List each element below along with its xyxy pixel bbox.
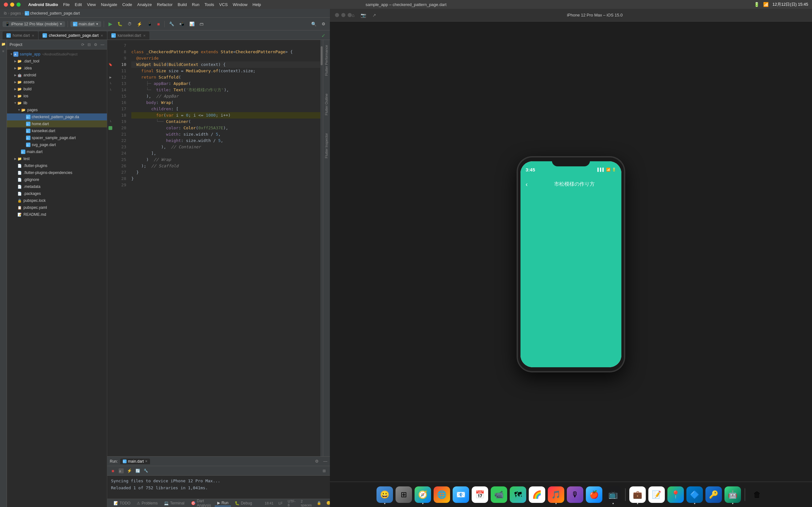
tree-item-checkered[interactable]: D checkered_pattern_page.da: [7, 113, 107, 120]
tree-item-pages[interactable]: ▼ 📂 pages: [7, 107, 107, 113]
menu-vcs[interactable]: VCS: [219, 2, 228, 7]
avd-manager-button[interactable]: 📲: [177, 20, 186, 27]
dock-tv[interactable]: 📺: [605, 487, 621, 503]
console-btn[interactable]: ≥: [118, 468, 124, 474]
minimize-panel-icon[interactable]: —: [323, 459, 327, 464]
tree-item-gitignore[interactable]: 📄 .gitignore: [7, 176, 107, 183]
dock-launchpad[interactable]: ⊞: [396, 487, 412, 503]
lightning-btn[interactable]: ⚡: [126, 468, 133, 474]
dock-appstore[interactable]: 🍎: [586, 487, 602, 503]
dock-podcasts[interactable]: 🎙: [567, 487, 583, 503]
tab-terminal[interactable]: 💻 Terminal: [161, 500, 187, 506]
device-tl-1[interactable]: [335, 13, 339, 17]
dock-notion[interactable]: 📝: [648, 487, 665, 503]
tab-todo[interactable]: 📝 TODO: [111, 500, 133, 506]
run-button[interactable]: ▶: [107, 20, 114, 28]
dock-vscode[interactable]: 🔷: [687, 487, 703, 503]
tree-item-flutter-plugins-dep[interactable]: 📄 .flutter-plugins-dependencies: [7, 169, 107, 176]
dock-maps2[interactable]: 📍: [667, 487, 684, 503]
maximize-button[interactable]: [16, 3, 20, 7]
tree-item-spacer[interactable]: D spacer_sample_page.dart: [7, 134, 107, 141]
hot-reload-button[interactable]: ⚡: [135, 20, 144, 27]
device-nav-home[interactable]: ⌂: [352, 13, 354, 18]
menu-edit[interactable]: Edit: [75, 2, 82, 7]
menu-window[interactable]: Window: [233, 2, 247, 7]
tab-debug[interactable]: 🐛 Debug: [232, 500, 254, 506]
layout-btn[interactable]: ⊞: [321, 468, 327, 474]
tab-dart-analysis[interactable]: 🎯 Dart Analysis: [189, 498, 214, 507]
app-back-button[interactable]: ‹: [525, 181, 528, 188]
tab-close-checkered[interactable]: ✕: [101, 34, 103, 38]
menu-tools[interactable]: Tools: [205, 2, 214, 7]
settings-button[interactable]: ⚙: [320, 20, 327, 27]
settings-run-icon[interactable]: ⚙: [315, 459, 319, 464]
tree-item-packages[interactable]: 📄 .packages: [7, 190, 107, 197]
run-tab-close[interactable]: ✕: [145, 459, 148, 463]
device-tl-3[interactable]: [348, 13, 352, 17]
close-button[interactable]: [4, 3, 8, 7]
dock-photos[interactable]: 🌈: [529, 487, 545, 503]
menu-file[interactable]: File: [63, 2, 70, 7]
project-selector[interactable]: 📱 iPhone 12 Pro Max (mobile) ▼: [3, 21, 65, 27]
breadcrumb-current-file[interactable]: checkered_pattern_page.dart: [30, 11, 80, 15]
profile-button[interactable]: ⏱: [125, 20, 134, 27]
dock-slack[interactable]: 💼: [629, 487, 646, 503]
indent-info[interactable]: 2 spaces: [301, 499, 312, 507]
device-nav-share[interactable]: ↗: [372, 13, 376, 18]
tree-item-test[interactable]: ▶ 📁 test: [7, 155, 107, 162]
dock-facetime[interactable]: 📹: [491, 487, 507, 503]
menu-run[interactable]: Run: [192, 2, 200, 7]
menu-code[interactable]: Code: [122, 2, 132, 7]
stop-button[interactable]: ■: [155, 20, 162, 27]
tree-item-flutter-plugins[interactable]: 📄 .flutter-plugins: [7, 162, 107, 169]
encoding[interactable]: UTF-8: [288, 499, 296, 507]
panel-flutter-inspector[interactable]: Flutter Inspector: [323, 130, 330, 161]
menu-view[interactable]: View: [87, 2, 96, 7]
breadcrumb-ib[interactable]: ib: [4, 11, 7, 15]
code-editor[interactable]: 🔖 ▶ └ └ └: [107, 40, 330, 507]
tab-close-home[interactable]: ✕: [32, 34, 34, 38]
collapse-all-icon[interactable]: ⊟: [88, 43, 91, 47]
tree-item-readme[interactable]: 📝 README.md: [7, 211, 107, 218]
tree-item-pubspec-lock[interactable]: 🔒 pubspec.lock: [7, 197, 107, 204]
dock-1password[interactable]: 🔑: [705, 487, 722, 503]
dock-finder[interactable]: 😀: [376, 487, 393, 503]
menu-refactor[interactable]: Refactor: [157, 2, 172, 7]
menu-help[interactable]: Help: [252, 2, 261, 7]
line-separator[interactable]: LF: [278, 501, 283, 505]
device-nav-photo[interactable]: 📷: [361, 13, 366, 18]
code-area[interactable]: class _CheckeredPatternPage extends Stat…: [129, 40, 320, 456]
tree-item-pubspec-yaml[interactable]: 📋 pubspec.yaml: [7, 204, 107, 211]
tree-item-lib[interactable]: ▼ 📂 lib: [7, 100, 107, 107]
tree-item-svg[interactable]: D svg_page.dart: [7, 141, 107, 148]
tab-run[interactable]: ▶ Run: [215, 500, 231, 506]
tree-item-home[interactable]: D home.dart: [7, 120, 107, 127]
menu-build[interactable]: Build: [177, 2, 187, 7]
tree-item-android[interactable]: ▶ 🤖 android: [7, 72, 107, 78]
sdk-manager-button[interactable]: 🔧: [167, 20, 176, 27]
scrollbar-thumb[interactable]: [321, 46, 322, 65]
tree-item-idea[interactable]: ▶ 📂 .idea: [7, 65, 107, 72]
database-button[interactable]: 🗃: [198, 20, 206, 27]
dock-maps[interactable]: 🗺: [510, 487, 526, 503]
debug-button[interactable]: 🐛: [115, 20, 124, 27]
profiler-button[interactable]: 📊: [188, 20, 196, 27]
search-everywhere-button[interactable]: 🔍: [309, 20, 318, 27]
structure-side-icon[interactable]: ≡: [1, 48, 6, 54]
dock-calendar[interactable]: 📅: [472, 487, 488, 503]
tab-home-dart[interactable]: D home.dart ✕: [3, 32, 38, 40]
tree-item-assets[interactable]: ▶ 📂 assets: [7, 78, 107, 86]
tab-problems[interactable]: ⚠ Problems: [134, 500, 160, 506]
dock-chrome[interactable]: 🌐: [434, 487, 450, 503]
tab-kanseikei[interactable]: D kanseikei.dart ✕: [107, 32, 149, 40]
dock-trash[interactable]: 🗑: [749, 487, 765, 503]
run-config-selector[interactable]: D main.dart ▼: [70, 21, 101, 27]
close-panel-icon[interactable]: —: [101, 43, 104, 47]
run-main-tab[interactable]: D main.dart ✕: [120, 458, 150, 464]
tree-item-build[interactable]: ▶ 📂 build: [7, 86, 107, 93]
menu-navigate[interactable]: Navigate: [101, 2, 117, 7]
menu-analyze[interactable]: Analyze: [137, 2, 152, 7]
hot-restart-button[interactable]: 📱: [145, 20, 154, 27]
editor-scrollbar[interactable]: [320, 40, 323, 456]
panel-flutter-outline[interactable]: Flutter Outline: [323, 91, 330, 118]
